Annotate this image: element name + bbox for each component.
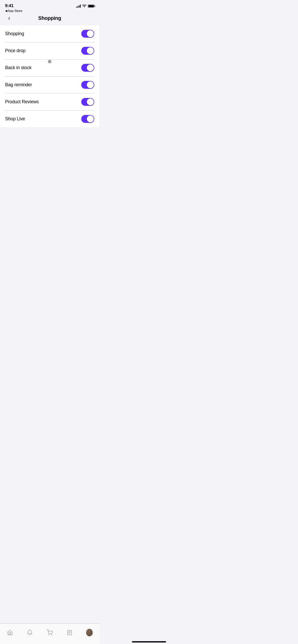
page-title: Shopping	[38, 15, 61, 21]
toggle-row-bag-reminder: Bag reminder	[0, 76, 99, 93]
toggle-shop-live[interactable]	[81, 115, 94, 123]
status-right	[76, 4, 94, 8]
toggle-back-in-stock[interactable]	[81, 64, 94, 72]
toggle-label-shopping: Shopping	[5, 31, 24, 36]
battery-icon	[88, 5, 94, 8]
signal-icon	[76, 5, 81, 8]
toggle-list: Shopping Price drop Back in stock Bag re…	[0, 25, 99, 127]
toggle-label-product-reviews: Product Reviews	[5, 99, 39, 105]
toggle-label-price-drop: Price drop	[5, 48, 25, 53]
status-time: 9:41	[5, 4, 13, 8]
toggle-shopping[interactable]	[81, 30, 94, 38]
toggle-product-reviews[interactable]	[81, 98, 94, 106]
toggle-bag-reminder[interactable]	[81, 81, 94, 89]
toggle-label-shop-live: Shop Live	[5, 116, 25, 122]
appstore-back-arrow: ◀	[5, 9, 7, 12]
back-arrow-icon: ‹	[8, 16, 10, 21]
toggle-row-price-drop: Price drop	[0, 42, 99, 59]
status-bar: 9:41 ◀ App Store	[0, 0, 99, 12]
nav-bar: ‹ Shopping	[0, 12, 99, 23]
wifi-icon	[82, 5, 86, 8]
toggle-row-shop-live: Shop Live	[0, 110, 99, 127]
toggle-row-product-reviews: Product Reviews	[0, 93, 99, 110]
toggle-label-back-in-stock: Back in stock	[5, 65, 31, 70]
toggle-price-drop[interactable]	[81, 47, 94, 55]
status-left: 9:41 ◀ App Store	[5, 4, 22, 13]
toggle-row-shopping: Shopping	[0, 25, 99, 42]
back-button[interactable]: ‹	[4, 13, 14, 23]
toggle-label-bag-reminder: Bag reminder	[5, 82, 32, 87]
